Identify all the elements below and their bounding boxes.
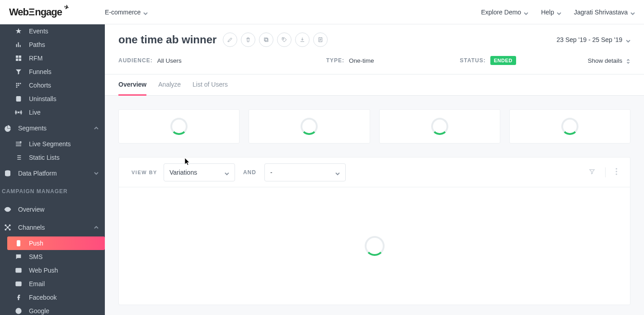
sidebar-group-data-platform[interactable]: Data Platform (0, 164, 105, 182)
liveseg-icon (14, 140, 23, 148)
type-block: TYPE: One-time (326, 57, 374, 64)
audience-value: All Users (157, 57, 182, 64)
sidebar-label: Web Push (29, 267, 58, 274)
explore-demo-menu[interactable]: Explore Demo (481, 9, 528, 16)
chevron-expand-icon (626, 58, 630, 63)
view-by-label: VIEW BY (132, 170, 157, 175)
tab-list-of-users[interactable]: List of Users (193, 74, 228, 95)
sidebar-label: Cohorts (29, 82, 51, 89)
select-value: - (270, 169, 273, 176)
funnel-icon (14, 68, 23, 76)
tag-button[interactable] (277, 32, 291, 47)
sidebar-item-rfm[interactable]: RFM (0, 51, 105, 65)
summary-cards (118, 109, 630, 144)
svg-point-11 (18, 245, 19, 245)
sidebar-item-funnels[interactable]: Funnels (0, 65, 105, 79)
audience-label: AUDIENCE: (118, 57, 153, 64)
svg-point-18 (283, 38, 284, 39)
topbar: WebΞngage✈ E-commerce Explore Demo Help … (0, 0, 644, 24)
filter-button[interactable] (589, 168, 595, 176)
date-range-value: 23 Sep '19 - 25 Sep '19 (557, 36, 622, 43)
content: VIEW BY Variations AND - (105, 96, 644, 315)
help-menu[interactable]: Help (541, 9, 561, 16)
and-label: AND (243, 169, 256, 176)
sidebar-item-push[interactable]: Push (7, 236, 105, 250)
download-button[interactable] (295, 32, 310, 47)
delete-button[interactable] (241, 32, 255, 47)
user-name: Jagrati Shrivastava (574, 9, 628, 16)
more-options-button[interactable] (616, 168, 617, 177)
sidebar: Events Paths RFM Funnels Cohorts Uninsta… (0, 24, 105, 315)
help-label: Help (541, 9, 554, 16)
chart-panel: VIEW BY Variations AND - (118, 157, 630, 305)
svg-rect-17 (264, 38, 267, 41)
summary-card (118, 109, 240, 144)
type-label: TYPE: (326, 57, 344, 64)
sidebar-item-static-lists[interactable]: Static Lists (0, 151, 105, 164)
chevron-down-icon (94, 170, 99, 174)
sidebar-item-events[interactable]: Events (0, 24, 105, 38)
google-icon (14, 307, 23, 315)
sidebar-label: Facebook (29, 294, 56, 301)
loading-spinner-icon (365, 236, 385, 256)
chart-toolbar: VIEW BY Variations AND - (119, 158, 630, 187)
notes-button[interactable] (313, 32, 328, 47)
sidebar-item-paths[interactable]: Paths (0, 38, 105, 51)
view-by-select-primary[interactable]: Variations (164, 163, 235, 181)
chevron-down-icon (335, 170, 340, 175)
divider (605, 167, 606, 177)
sidebar-item-overview[interactable]: Overview (0, 200, 105, 218)
edit-button[interactable] (223, 32, 237, 47)
sidebar-item-email[interactable]: Email (0, 277, 105, 291)
sidebar-group-channels[interactable]: Channels (0, 218, 105, 236)
sidebar-group-segments[interactable]: Segments (0, 119, 105, 137)
sidebar-label: Live (29, 109, 41, 116)
sidebar-item-web-push[interactable]: Web Push (0, 264, 105, 277)
show-details-toggle[interactable]: Show details (588, 57, 630, 64)
channels-label: Channels (18, 224, 45, 231)
tab-analyze[interactable]: Analyze (158, 74, 181, 95)
topbar-right: Explore Demo Help Jagrati Shrivastava (481, 9, 635, 16)
loading-spinner-icon (301, 118, 318, 135)
svg-point-2 (20, 142, 21, 143)
sidebar-item-facebook[interactable]: Facebook (0, 291, 105, 304)
show-details-label: Show details (588, 57, 622, 64)
live-icon (14, 108, 23, 116)
sidebar-item-sms[interactable]: SMS (0, 250, 105, 264)
sidebar-label: Uninstalls (29, 95, 56, 102)
summary-card (509, 109, 630, 144)
duplicate-button[interactable] (259, 32, 273, 47)
view-by-select-secondary[interactable]: - (264, 163, 346, 181)
segments-label: Segments (18, 125, 47, 132)
loading-spinner-icon (431, 118, 448, 135)
chevron-down-icon (143, 10, 148, 14)
section-campaign-manager: CAMPAIGN MANAGER (0, 182, 105, 200)
sidebar-label: Overview (18, 206, 44, 213)
svg-point-14 (16, 308, 21, 314)
status-badge: ENDED (490, 56, 516, 65)
push-icon (14, 239, 23, 247)
sidebar-item-cohorts[interactable]: Cohorts (0, 79, 105, 92)
chevron-down-icon (225, 170, 229, 175)
tabs: Overview Analyze List of Users (105, 74, 644, 96)
svg-rect-12 (16, 268, 21, 272)
summary-card (249, 109, 370, 144)
sidebar-label: Email (29, 280, 45, 287)
sidebar-item-live[interactable]: Live (0, 106, 105, 119)
tab-overview[interactable]: Overview (118, 74, 146, 95)
sidebar-item-uninstalls[interactable]: Uninstalls (0, 92, 105, 106)
sidebar-item-live-segments[interactable]: Live Segments (0, 137, 105, 151)
sidebar-label: Paths (29, 41, 45, 48)
sidebar-label: Funnels (29, 68, 52, 75)
sidebar-label: Static Lists (29, 154, 60, 161)
svg-point-22 (616, 173, 617, 175)
date-range-selector[interactable]: 23 Sep '19 - 25 Sep '19 (557, 36, 630, 43)
workspace-selector[interactable]: E-commerce (105, 9, 148, 16)
webpush-icon (14, 266, 23, 274)
database-icon (4, 169, 12, 177)
data-platform-label: Data Platform (18, 170, 57, 177)
bars-icon (14, 41, 23, 49)
sidebar-item-google[interactable]: Google (0, 304, 105, 315)
star-icon (14, 27, 23, 35)
user-menu[interactable]: Jagrati Shrivastava (574, 9, 635, 16)
